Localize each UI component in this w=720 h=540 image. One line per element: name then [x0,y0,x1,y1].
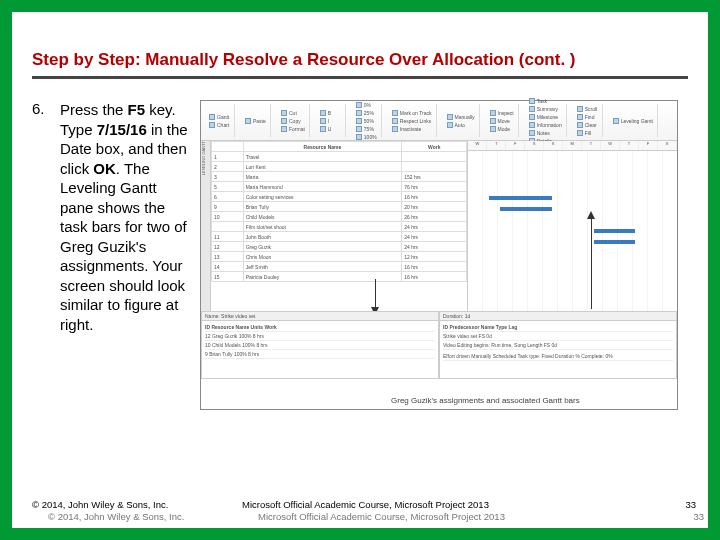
ribbon-label: Scroll [585,106,598,112]
ribbon-group: ScrollFindClearFill [573,104,603,137]
ribbon-icon [529,130,535,136]
gantt-area: LEVELING GANTT Resource NameWork 1Travel… [201,141,677,311]
ribbon-icon [577,130,583,136]
ribbon-label: Mark on Track [400,110,432,116]
ribbon-label: Summary [537,106,558,112]
gantt-chart: WTFSSMTWTFS [467,141,677,311]
ribbon-icon [356,118,362,124]
table-row: 11John Booth24 hrs [212,232,467,242]
footer: © 2014, John Wiley & Sons, Inc. Microsof… [32,499,696,510]
slide: Step by Step: Manually Resolve a Resourc… [12,12,708,528]
footer-copyright: © 2014, John Wiley & Sons, Inc. [32,499,242,510]
ribbon-icon [577,106,583,112]
task-form-right-header: Duration: 1d [440,312,676,321]
resource-grid: Resource NameWork 1Travel2Lori Kent3Mart… [211,141,677,311]
task-form-right: Duration: 1d ID Predecessor Name Type La… [439,311,677,379]
ribbon-icon [209,114,215,120]
ribbon-icon [392,126,398,132]
ribbon-label: Paste [253,118,266,124]
ribbon-group: Leveling Gantt [609,104,658,137]
list-item: Strike video set FS 0d [443,332,673,341]
ribbon-icon [356,102,362,108]
ribbon-group: InspectMoveMode [486,104,519,137]
ribbon-icon [320,118,326,124]
ribbon-label: Leveling Gantt [621,118,653,124]
ribbon-icon [356,126,362,132]
ribbon-group: Mark on TrackRespect LinksInactivate [388,104,437,137]
task-form-left-header: Name: Strike video set [202,312,438,321]
table-row: 2Lori Kent [212,162,467,172]
task-form-left: Name: Strike video set ID Resource Name … [201,311,439,379]
ribbon-icon [320,110,326,116]
table-row: 5Maria Hammond76 hrs [212,182,467,192]
ribbon-label: 0% [364,102,371,108]
ribbon-icon [529,106,535,112]
ribbon-group: GanttChart [205,104,235,137]
ribbon-label: Notes [537,130,550,136]
list-item: Video Editing begins: Run time, Song Len… [443,341,673,350]
table-row: 14Jeff Smith16 hrs [212,262,467,272]
table-row: 6Color setting services16 hrs [212,192,467,202]
view-label: LEVELING GANTT [201,141,206,215]
ribbon-icon [490,118,496,124]
ribbon-icon [356,134,362,140]
ribbon-icon [529,98,535,104]
ribbon-icon [613,118,619,124]
ribbon: GanttChartPasteCutCopyFormatBIU0%25%50%7… [201,101,677,141]
footer-page: 33 [656,499,696,510]
ribbon-label: Milestone [537,114,558,120]
ribbon-label: 50% [364,118,374,124]
ribbon-label: Chart [217,122,229,128]
table-row: 1Travel [212,152,467,162]
ribbon-icon [320,126,326,132]
ribbon-group: BIU [316,104,346,137]
footer-course: Microsoft Official Academic Course, Micr… [242,499,656,510]
resource-table: Resource NameWork 1Travel2Lori Kent3Mart… [211,141,467,282]
ribbon-icon [209,122,215,128]
step-text: Press the F5 key. Type 7/15/16 in the Da… [60,100,192,334]
step: 6. Press the F5 key. Type 7/15/16 in the… [32,100,192,334]
ribbon-label: Manually [455,114,475,120]
figure-caption: Greg Guzik's assignments and associated … [391,396,580,405]
ribbon-label: Respect Links [400,118,431,124]
ribbon-icon [392,118,398,124]
table-row: 3Marta152 hrs [212,172,467,182]
ribbon-icon [529,122,535,128]
ribbon-label: Clear [585,122,597,128]
ribbon-label: Auto [455,122,465,128]
ribbon-label: Gantt [217,114,229,120]
ribbon-icon [529,114,535,120]
list-item: 10 Child Models 100% 8 hrs [205,341,435,350]
step-number: 6. [32,100,50,334]
table-row: 12Greg Guzik24 hrs [212,242,467,252]
ribbon-icon [490,126,496,132]
ribbon-icon [490,110,496,116]
ribbon-label: Move [498,118,510,124]
ribbon-icon [392,110,398,116]
ribbon-label: 75% [364,126,374,132]
ribbon-icon [447,114,453,120]
list-item: 12 Greg Guzik 100% 8 hrs [205,332,435,341]
ribbon-label: B [328,110,331,116]
ribbon-group: Paste [241,104,271,137]
view-sidebar: LEVELING GANTT [201,141,211,311]
body: 6. Press the F5 key. Type 7/15/16 in the… [32,100,688,410]
table-row: 13Chris Moon12 hrs [212,252,467,262]
ribbon-icon [356,110,362,116]
figure-column: GanttChartPasteCutCopyFormatBIU0%25%50%7… [200,100,688,410]
ribbon-label: 25% [364,110,374,116]
ribbon-label: Mode [498,126,511,132]
ribbon-label: Format [289,126,305,132]
ribbon-icon [577,114,583,120]
ribbon-icon [281,118,287,124]
ribbon-icon [245,118,251,124]
ribbon-group: ManuallyAuto [443,104,480,137]
ribbon-icon [281,126,287,132]
list-item: 9 Brian Tully 100% 8 hrs [205,350,435,359]
ribbon-label: Information [537,122,562,128]
ribbon-label: Task [537,98,547,104]
gantt-bar [489,196,552,200]
table-row: Film slot/set shoot24 hrs [212,222,467,232]
ribbon-group: CutCopyFormat [277,104,310,137]
ribbon-label: U [328,126,332,132]
